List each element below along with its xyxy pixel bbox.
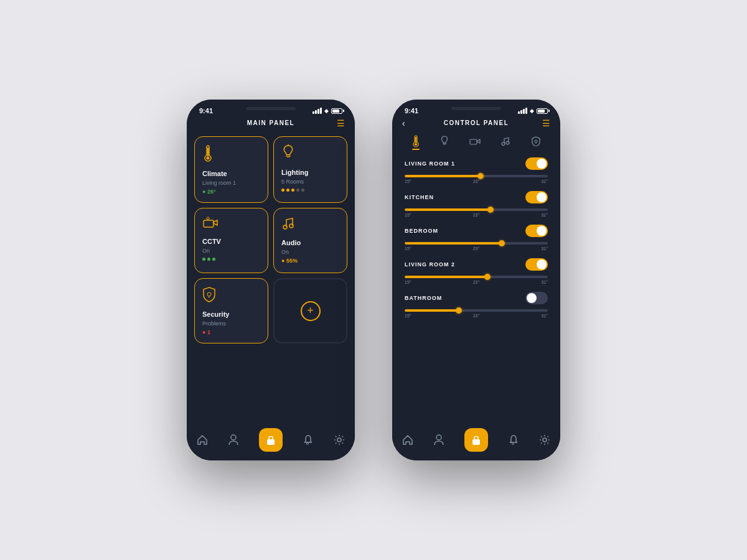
audio-subtitle: On [281,249,339,255]
phone-control-panel: 9:41 ◆ ‹ CONTROL PANEL ☰ [392,100,560,460]
room-3-mid: 23° [473,246,480,251]
security-card[interactable]: Security Problems ● 1 [194,278,268,343]
room-1-header: LIVING ROOM 1 [405,157,548,170]
lighting-dots [281,189,339,192]
tab-thermometer[interactable] [412,135,420,147]
nav-gear-2[interactable] [539,434,550,446]
nav-lock-active[interactable] [259,428,283,452]
nav-home[interactable] [197,434,208,446]
add-card[interactable]: + [273,278,347,343]
main-header: MAIN PANEL ☰ [187,117,355,131]
signal-icon-2 [518,108,527,114]
cctv-card[interactable]: CCTV On [194,208,268,273]
room-5-mid: 23° [473,314,480,318]
room-4-max: 31° [541,280,548,284]
room-3-labels: 15° 23° 31° [405,246,548,251]
nav-lock-active-2[interactable] [464,428,488,452]
room-bedroom: BEDROOM 15° 23° 31° [395,221,558,254]
svg-rect-32 [472,439,480,445]
main-content: Climate Living room 1 ● 26° Lighti [187,131,355,423]
room-1-labels: 15° 23° 31° [405,179,548,184]
room-5-max: 31° [541,314,548,318]
room-1-mid: 23° [473,179,480,184]
status-time-2: 9:41 [405,107,418,114]
svg-rect-5 [207,147,209,155]
bottom-nav [187,423,355,460]
room-bathroom: BATHROOM 15° 23° 31° [395,288,558,322]
room-4-mid: 23° [473,280,480,284]
shield-icon [202,286,260,306]
nav-person[interactable] [228,434,238,446]
room-2-labels: 15° 23° 31° [405,213,548,217]
nav-home-2[interactable] [402,434,413,446]
tab-lamp[interactable] [440,136,449,147]
wifi-icon: ◆ [324,108,329,114]
room-1-slider [405,175,548,177]
room-5-min: 15° [405,314,411,318]
room-4-header: LIVING ROOM 2 [405,258,548,271]
status-time: 9:41 [199,107,213,114]
camera-icon [202,216,260,233]
lighting-card[interactable]: Lighting 5 Rooms [273,136,347,203]
menu-icon[interactable]: ☰ [337,118,345,128]
music-icon [281,216,339,234]
tab-camera[interactable] [469,137,481,146]
main-screen: 9:41 ◆ MAIN PANEL ☰ [187,100,355,460]
nav-bell-2[interactable] [509,434,519,446]
room-1-max: 31° [541,179,548,184]
nav-person-2[interactable] [434,434,444,446]
room-1-name: LIVING ROOM 1 [405,161,455,167]
room-living-room-2: LIVING ROOM 2 15° 23° 31° [395,254,558,288]
back-button[interactable]: ‹ [402,118,405,128]
status-bar: 9:41 ◆ [187,100,355,117]
room-5-slider [405,309,548,312]
svg-rect-22 [415,137,416,142]
control-tabs [392,131,560,154]
status-icons: ◆ [312,108,342,114]
room-2-toggle[interactable] [525,191,548,203]
tab-music[interactable] [501,136,511,146]
climate-subtitle: Living room 1 [202,180,260,186]
thermometer-icon [202,144,260,165]
control-header: ‹ CONTROL PANEL ☰ [392,117,560,131]
climate-card[interactable]: Climate Living room 1 ● 26° [194,136,268,203]
lamp-icon [281,144,339,164]
cards-grid: Climate Living room 1 ● 26° Lighti [194,136,347,273]
audio-title: Audio [281,239,339,246]
svg-point-34 [543,438,547,442]
signal-icon [312,108,322,114]
room-2-min: 15° [405,213,411,217]
wifi-icon-2: ◆ [530,108,534,114]
nav-gear[interactable] [334,434,345,446]
nav-bell[interactable] [303,434,313,446]
battery-icon [331,108,342,114]
control-title: CONTROL PANEL [444,119,509,126]
room-2-max: 31° [541,213,548,217]
svg-point-16 [231,435,236,440]
svg-point-19 [306,443,308,445]
control-screen: 9:41 ◆ ‹ CONTROL PANEL ☰ [392,100,560,460]
room-1-toggle[interactable] [525,157,548,170]
control-menu-icon[interactable]: ☰ [542,118,550,128]
climate-title: Climate [202,170,260,177]
room-3-name: BEDROOM [405,228,438,234]
rooms-list: LIVING ROOM 1 15° 23° 31° [392,154,560,423]
room-5-toggle[interactable] [525,292,548,304]
main-title: MAIN PANEL [247,119,294,126]
battery-icon-2 [537,108,548,114]
room-4-toggle[interactable] [525,258,548,271]
add-icon: + [301,301,321,321]
bottom-nav-2 [392,423,560,460]
room-3-toggle[interactable] [525,225,548,237]
phone-main-panel: 9:41 ◆ MAIN PANEL ☰ [187,100,355,460]
svg-point-10 [207,217,209,220]
room-4-slider [405,276,548,278]
audio-card[interactable]: Audio On ● 55% [273,208,347,273]
status-icons-2: ◆ [518,108,548,114]
climate-value: ● 26° [202,189,260,195]
tab-shield[interactable] [532,136,540,146]
svg-point-29 [535,140,537,142]
security-value: ● 1 [202,329,260,335]
room-1-min: 15° [405,179,411,184]
room-living-room-1: LIVING ROOM 1 15° 23° 31° [395,154,558,187]
